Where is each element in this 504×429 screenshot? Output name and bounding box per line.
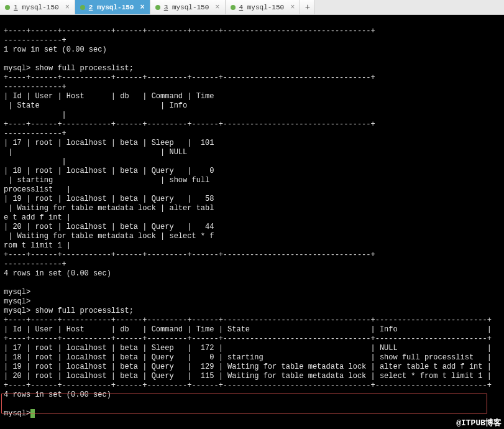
table-row: | bbox=[4, 157, 66, 166]
status-dot-icon bbox=[231, 5, 236, 10]
prompt: mysql> bbox=[4, 64, 30, 73]
tab-number: 4 bbox=[239, 4, 244, 11]
cursor-icon bbox=[30, 409, 35, 418]
tab-label: mysql-150 bbox=[172, 4, 209, 11]
separator: +----+------+-----------+------+--------… bbox=[4, 381, 492, 390]
separator: +----+------+-----------+------+--------… bbox=[4, 334, 492, 343]
table-row: | 20 | root | localhost | beta | Query |… bbox=[4, 223, 214, 231]
table-header: | Id | User | Host | db | Command | Time… bbox=[4, 325, 492, 334]
separator: -------------+ bbox=[4, 83, 66, 91]
tab-number: 2 bbox=[89, 4, 93, 11]
close-icon[interactable]: × bbox=[215, 3, 219, 12]
watermark: @ITPUB博客 bbox=[456, 418, 502, 428]
prompt: mysql> bbox=[4, 307, 30, 315]
tab-3[interactable]: 3 mysql-150 × bbox=[150, 0, 226, 14]
table-row: | 20 | root | localhost | beta | Query |… bbox=[4, 372, 492, 381]
separator: -------------+ bbox=[4, 260, 66, 269]
tab-number: 3 bbox=[164, 4, 168, 11]
tab-label: mysql-150 bbox=[247, 4, 284, 11]
separator: +----+------+-----------+------+--------… bbox=[4, 27, 375, 35]
tab-4[interactable]: 4 mysql-150 × bbox=[226, 0, 301, 14]
table-row: | 18 | root | localhost | beta | Query |… bbox=[4, 353, 492, 362]
table-row: | Waiting for table metadata lock | alte… bbox=[4, 204, 214, 213]
table-header: | bbox=[4, 111, 66, 119]
separator: +----+------+-----------+------+--------… bbox=[4, 316, 492, 325]
prompt: mysql> bbox=[4, 297, 30, 306]
separator: -------------+ bbox=[4, 129, 66, 138]
table-row: processlist | bbox=[4, 185, 71, 194]
prompt: mysql> bbox=[4, 288, 30, 297]
table-row: | 17 | root | localhost | beta | Sleep |… bbox=[4, 139, 214, 147]
row-count: 1 row in set (0.00 sec) bbox=[4, 45, 107, 54]
close-icon[interactable]: × bbox=[140, 3, 144, 12]
row-count: 4 rows in set (0.00 sec) bbox=[4, 390, 111, 399]
status-dot-icon bbox=[80, 5, 85, 10]
table-row: | | NULL bbox=[4, 148, 187, 157]
close-icon[interactable]: × bbox=[65, 3, 70, 12]
tab-bar: 1 mysql-150 × 2 mysql-150 × 3 mysql-150 … bbox=[0, 0, 504, 15]
close-icon[interactable]: × bbox=[290, 3, 295, 12]
separator: +----+------+-----------+------+--------… bbox=[4, 251, 375, 259]
table-header: | State | Info bbox=[4, 101, 187, 110]
table-row: | 18 | root | localhost | beta | Query |… bbox=[4, 167, 214, 175]
separator: +----+------+-----------+------+--------… bbox=[4, 73, 375, 82]
separator: -------------+ bbox=[4, 36, 66, 45]
table-row: e t add f int | bbox=[4, 213, 71, 222]
status-dot-icon bbox=[5, 5, 10, 10]
table-row: | 17 | root | localhost | beta | Sleep |… bbox=[4, 344, 492, 353]
separator: +----+------+-----------+------+--------… bbox=[4, 120, 375, 129]
tab-label: mysql-150 bbox=[22, 4, 58, 11]
add-tab-button[interactable]: + bbox=[300, 0, 315, 14]
command: show full processlist; bbox=[35, 307, 133, 315]
tab-number: 1 bbox=[14, 4, 18, 11]
table-row: | Waiting for table metadata lock | sele… bbox=[4, 232, 214, 241]
row-count: 4 rows in set (0.00 sec) bbox=[4, 269, 111, 278]
status-dot-icon bbox=[155, 5, 160, 10]
table-row: | 19 | root | localhost | beta | Query |… bbox=[4, 362, 492, 371]
tab-label: mysql-150 bbox=[97, 4, 134, 11]
terminal-output[interactable]: +----+------+-----------+------+--------… bbox=[0, 15, 504, 429]
command: show full processlist; bbox=[35, 64, 133, 73]
table-row: | starting | show full bbox=[4, 176, 209, 185]
table-row: | 19 | root | localhost | beta | Query |… bbox=[4, 195, 214, 203]
tab-1[interactable]: 1 mysql-150 × bbox=[0, 0, 75, 14]
prompt: mysql> bbox=[4, 409, 30, 418]
table-header: | Id | User | Host | db | Command | Time bbox=[4, 92, 214, 101]
table-row: rom t limit 1 | bbox=[4, 241, 71, 250]
tab-2[interactable]: 2 mysql-150 × bbox=[75, 0, 150, 14]
